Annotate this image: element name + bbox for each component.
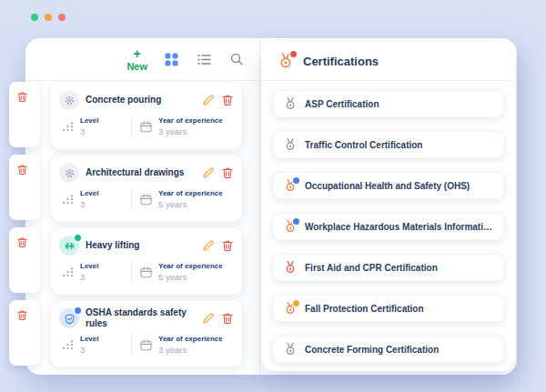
skill-title: Architectural drawings: [86, 167, 196, 178]
experience-label: Year of experience: [158, 335, 223, 343]
medal-icon: [283, 96, 298, 111]
delete-button[interactable]: [16, 90, 28, 102]
divider: [131, 188, 132, 210]
medal-icon: [283, 178, 298, 193]
certification-label: Workplace Hazardous Materials Informatio…: [305, 222, 494, 232]
trash-icon: [16, 164, 28, 176]
skill-badge: [75, 307, 81, 314]
skill-title: OSHA standards safety rules: [86, 307, 196, 329]
experience-stat: Year of experience 5 years: [139, 189, 234, 209]
level-value: 3: [80, 272, 98, 282]
divider: [131, 116, 132, 137]
divider: [131, 261, 132, 283]
certification-list: ASP Certification Traffic Control Certif…: [262, 81, 515, 363]
experience-stat: Year of experience 3 years: [139, 335, 234, 355]
trash-icon: [221, 239, 234, 252]
level-value: 3: [80, 199, 98, 209]
level-stat: Level 3: [61, 116, 131, 136]
skill-card: Heavy lifting Level 3 Y: [50, 227, 243, 295]
medal-icon: [283, 342, 298, 357]
certification-label: Concrete Forming Certification: [305, 345, 439, 355]
calendar-icon: [139, 120, 153, 134]
edit-button[interactable]: [202, 94, 215, 106]
traffic-light-green[interactable]: [31, 14, 38, 21]
header-badge: [290, 51, 297, 57]
level-label: Level: [80, 335, 98, 343]
trash-icon: [16, 91, 28, 103]
traffic-light-red[interactable]: [58, 14, 66, 21]
clipped-skill-card: [9, 227, 40, 293]
certification-label: Fall Protection Certification: [305, 304, 424, 314]
certification-item[interactable]: First Aid and CPR Certification: [273, 254, 504, 281]
skills-toolbar: + New: [25, 38, 259, 81]
certification-item[interactable]: Traffic Control Certification: [273, 131, 504, 158]
delete-button[interactable]: [221, 239, 234, 252]
skill-title: Heavy lifting: [86, 240, 196, 251]
calendar-icon: [139, 266, 153, 279]
certification-label: ASP Certification: [305, 99, 379, 109]
list-icon: [197, 52, 212, 67]
grid-view-button[interactable]: [163, 51, 180, 68]
level-stat: Level 3: [61, 189, 131, 209]
list-view-button[interactable]: [196, 51, 213, 68]
delete-button[interactable]: [221, 166, 234, 179]
level-icon: [61, 120, 75, 134]
panel-divider: [259, 38, 260, 375]
pencil-icon: [202, 94, 215, 106]
search-button[interactable]: [228, 51, 246, 68]
pencil-icon: [202, 166, 215, 179]
skill-card: Concrete pouring Level 3: [50, 82, 243, 149]
calendar-icon: [139, 338, 153, 352]
edit-button[interactable]: [202, 312, 215, 325]
clipped-skill-card: [9, 82, 40, 147]
delete-button[interactable]: [221, 94, 234, 106]
trash-icon: [221, 166, 234, 179]
level-stat: Level 3: [61, 335, 131, 355]
delete-button[interactable]: [16, 163, 28, 175]
trash-icon: [16, 236, 28, 248]
experience-label: Year of experience: [158, 116, 223, 125]
certification-item[interactable]: Workplace Hazardous Materials Informatio…: [273, 213, 504, 240]
experience-value: 3 years: [158, 126, 223, 136]
edit-button[interactable]: [202, 239, 215, 252]
experience-value: 3 years: [158, 345, 223, 355]
trash-icon: [221, 312, 234, 325]
level-icon: [61, 338, 75, 352]
clipped-skill-card: [9, 300, 40, 366]
certification-item[interactable]: Concrete Forming Certification: [273, 336, 504, 363]
delete-button[interactable]: [221, 312, 234, 325]
cert-badge: [293, 300, 299, 307]
level-value: 3: [80, 345, 98, 355]
skill-card-list: Concrete pouring Level 3: [50, 82, 243, 373]
skill-badge: [75, 235, 81, 241]
trash-icon: [221, 94, 234, 106]
traffic-light-orange[interactable]: [45, 14, 52, 21]
medal-icon: [283, 301, 298, 316]
certification-item[interactable]: Occupational Health and Safety (OHS): [273, 172, 504, 199]
level-label: Level: [80, 262, 98, 270]
level-label: Level: [80, 189, 98, 197]
level-label: Level: [80, 116, 98, 125]
pencil-icon: [202, 239, 215, 252]
grid-icon: [164, 52, 179, 67]
certifications-panel: Certifications ASP Certification Traffic…: [262, 42, 515, 371]
gear-icon: [59, 163, 79, 183]
experience-value: 5 years: [158, 199, 223, 209]
medal-icon: [283, 260, 298, 275]
level-icon: [61, 266, 75, 279]
shield-icon: [59, 308, 79, 328]
delete-button[interactable]: [16, 236, 28, 247]
certification-label: Traffic Control Certification: [305, 140, 422, 150]
level-icon: [61, 193, 75, 206]
certification-item[interactable]: Fall Protection Certification: [273, 295, 504, 322]
new-skill-button[interactable]: + New: [126, 47, 147, 72]
experience-stat: Year of experience 5 years: [139, 262, 234, 282]
certification-item[interactable]: ASP Certification: [273, 90, 504, 117]
delete-button[interactable]: [16, 308, 28, 320]
skills-panel: + New: [25, 38, 259, 375]
edit-button[interactable]: [202, 166, 215, 179]
gear-icon: [59, 90, 79, 110]
pencil-icon: [202, 312, 215, 325]
experience-stat: Year of experience 3 years: [139, 116, 234, 136]
plus-icon: +: [134, 47, 141, 60]
